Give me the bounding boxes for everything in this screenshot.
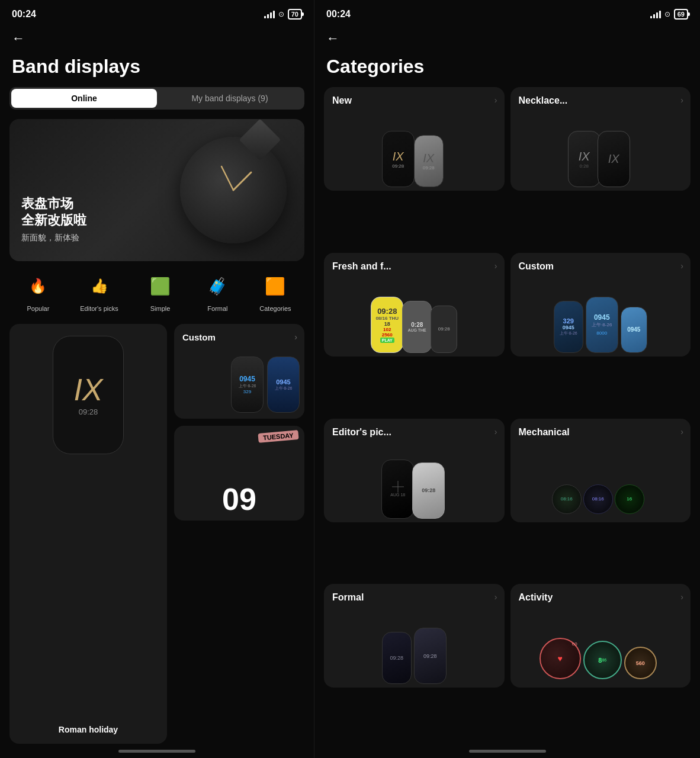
cat-editors-title: Editor's pic... (332, 427, 391, 437)
card-custom[interactable]: Custom › 0945 上午·8-26 329 0945 上 (174, 324, 304, 419)
fresh-watch-dark: 09:28 (431, 306, 457, 353)
mech-watch-2: 08:16 (583, 484, 613, 514)
custom-watch-1: 329 0945 上午·8-26 (554, 301, 583, 353)
cat-card-necklace[interactable]: Necklace... › IX 0:28 IX (510, 87, 691, 191)
back-button-right[interactable]: ← (314, 26, 700, 51)
home-bar-right (469, 750, 546, 753)
wifi-icon-right: ⊙ (664, 10, 670, 18)
card-roman-holiday[interactable]: IX 09:28 Roman holiday (9, 324, 167, 744)
cat-editors-arrow: › (495, 427, 497, 436)
cat-card-formal[interactable]: Formal › 09:28 09:28 (324, 584, 505, 688)
cat-fresh-title: Fresh and f... (332, 261, 391, 271)
nav-categories[interactable]: 🟧 Categories (259, 271, 291, 312)
quick-nav: 🔥 Popular 👍 Editor's picks 🟩 Simple 🧳 Fo… (0, 271, 314, 324)
nav-formal[interactable]: 🧳 Formal (202, 271, 233, 312)
banner-title-line2: 全新改版啦 (21, 212, 86, 229)
nav-popular-label: Popular (27, 305, 49, 312)
status-icons-left: ⊙ 70 (264, 9, 302, 20)
cat-mechanical-title: Mechanical (519, 427, 570, 437)
panel-left: 00:24 ⊙ 70 ← Band displays Online My ban… (0, 0, 314, 758)
watch-face-roman: IX 09:28 (53, 336, 124, 454)
thumb-icon: 👍 (84, 271, 115, 301)
day-number: 09 (222, 484, 256, 515)
battery-left: 70 (288, 9, 302, 20)
home-bar-left (118, 750, 195, 753)
page-title-left: Band displays (0, 51, 314, 87)
banner-text: 表盘市场 全新改版啦 新面貌，新体验 (21, 195, 86, 243)
cat-new-images: IX 09:28 IX 09:28 (324, 131, 505, 191)
necklace-watch-1: IX 0:28 (568, 131, 601, 187)
custom-watch-2: 0945 上午·8-26 8000 (586, 297, 618, 353)
nav-popular[interactable]: 🔥 Popular (23, 271, 53, 312)
cat-card-fresh[interactable]: Fresh and f... › 09:28 08/16 THU 18 102 … (324, 253, 505, 356)
fire-icon: 🔥 (23, 271, 53, 301)
cat-custom-arrow: › (680, 261, 683, 271)
categories-grid: New › IX 09:28 IX 09:28 Necklace... › IX (314, 87, 700, 744)
svg-line-1 (221, 166, 233, 190)
nav-simple-label: Simple (150, 305, 171, 312)
tabs-container: Online My band displays (9) (9, 87, 304, 110)
activity-watch-3: 560 (624, 647, 657, 679)
cat-new-arrow: › (495, 95, 497, 105)
cat-formal-arrow: › (495, 592, 497, 602)
cat-necklace-images: IX 0:28 IX (510, 131, 691, 191)
roman-holiday-title: Roman holiday (59, 725, 118, 734)
home-indicator-right (314, 744, 700, 758)
roman-watch-time: 09:28 (79, 407, 98, 416)
cat-editors-images: AUG 18 09:28 (324, 460, 505, 522)
page-title-right: Categories (314, 51, 700, 87)
tab-online[interactable]: Online (11, 89, 157, 108)
cat-card-editors[interactable]: Editor's pic... › AUG 18 09:28 (324, 419, 505, 522)
nav-editors-picks-label: Editor's picks (80, 305, 118, 312)
fresh-watch-yellow: 09:28 08/16 THU 18 102 2560 PLAY (371, 297, 403, 353)
cat-necklace-title: Necklace... (519, 95, 568, 105)
nav-formal-label: Formal (207, 305, 227, 312)
signal-icon-left (264, 10, 275, 18)
activity-watch-2: 8 86 (583, 641, 622, 679)
cat-fresh-arrow: › (495, 261, 497, 271)
tab-my-band[interactable]: My band displays (9) (157, 89, 303, 108)
cat-fresh-images: 09:28 08/16 THU 18 102 2560 PLAY 0:28 AU… (324, 297, 505, 356)
battery-right: 69 (674, 9, 688, 20)
activity-watch-1: 60 ♥ (540, 638, 581, 679)
nav-editors-picks[interactable]: 👍 Editor's picks (80, 271, 118, 312)
roman-numeral: IX (73, 374, 102, 405)
fresh-watch-gray: 0:28 AUG THE (402, 301, 432, 353)
clock-circle (180, 137, 287, 243)
mini-watch-1: 0945 上午·8-26 329 (231, 356, 264, 413)
new-watch-1: IX 09:28 (382, 131, 415, 187)
cat-mechanical-images: 08:16 08:16 16 (510, 484, 686, 518)
mini-watch-img-1: 0945 上午·8-26 329 (232, 357, 263, 412)
status-bar-left: 00:24 ⊙ 70 (0, 0, 314, 26)
cat-new-title: New (332, 95, 352, 105)
formal-watch-2: 09:28 (414, 628, 447, 684)
cat-formal-images: 09:28 09:28 (324, 628, 505, 688)
cat-activity-title: Activity (519, 592, 553, 602)
cat-card-new[interactable]: New › IX 09:28 IX 09:28 (324, 87, 505, 191)
categories-icon: 🟧 (260, 271, 291, 301)
cat-formal-title: Formal (332, 592, 364, 602)
editors-watch-2: 09:28 (412, 462, 445, 519)
status-icons-right: ⊙ 69 (650, 9, 688, 20)
cat-card-mechanical[interactable]: Mechanical › 08:16 08:16 16 (510, 419, 691, 522)
cat-custom-images: 329 0945 上午·8-26 0945 上午·8-26 8000 0945 (510, 297, 691, 356)
back-button-left[interactable]: ← (0, 26, 314, 51)
new-watch-2: IX 09:28 (414, 135, 444, 187)
card-small-stack: Custom › 0945 上午·8-26 329 0945 上 (174, 324, 304, 744)
cat-mechanical-arrow: › (680, 427, 683, 436)
time-left: 00:24 (12, 9, 36, 20)
nav-simple[interactable]: 🟩 Simple (145, 271, 176, 312)
mini-watch-img-2: 0945 上午·8-26 (268, 357, 299, 412)
cat-activity-images: 60 ♥ 8 86 560 (510, 638, 686, 683)
simple-icon: 🟩 (145, 271, 176, 301)
custom-card-arrow: › (294, 332, 297, 342)
clock-hands (180, 137, 287, 243)
cat-card-activity[interactable]: Activity › 60 ♥ 8 86 560 (510, 584, 691, 688)
banner-clock (180, 137, 287, 243)
card-tuesday[interactable]: TUESDAY 09 (174, 426, 304, 521)
day-banner: TUESDAY (258, 430, 299, 443)
custom-watch-3: 0945 (621, 307, 647, 353)
cat-card-custom[interactable]: Custom › 329 0945 上午·8-26 0945 上午·8-26 8… (510, 253, 691, 356)
banner-subtitle: 新面貌，新体验 (21, 233, 86, 243)
svg-line-0 (233, 172, 251, 190)
